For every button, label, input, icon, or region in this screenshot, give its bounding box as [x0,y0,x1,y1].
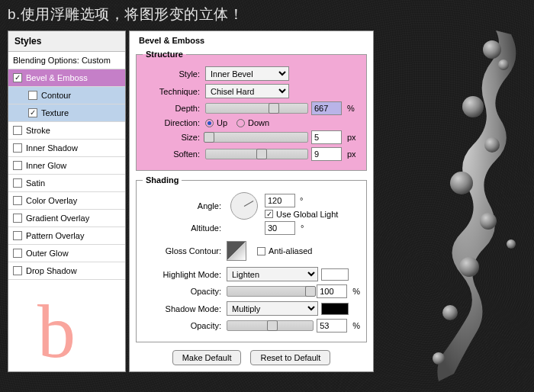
sidebar-item-contour[interactable]: Contour [8,87,125,104]
sidebar-item-blending-options[interactable]: Blending Options: Custom [8,52,125,69]
size-unit: px [345,133,356,142]
checkbox-icon[interactable] [13,161,22,170]
angle-input[interactable] [265,194,295,207]
reset-default-button[interactable]: Reset to Default [250,350,330,365]
styles-sidebar: Styles Blending Options: Custom Bevel & … [8,31,126,372]
checkbox-icon[interactable] [13,73,22,82]
structure-legend: Structure [143,50,186,59]
highlight-color-swatch[interactable] [321,268,349,281]
svg-point-3 [484,137,500,153]
svg-point-9 [433,352,445,365]
svg-point-1 [498,59,509,70]
bevel-preview-art [404,23,534,389]
bevel-emboss-panel: Bevel & Emboss Structure Style: Inner Be… [129,31,374,372]
size-slider[interactable] [205,132,308,143]
sidebar-item-inner-glow[interactable]: Inner Glow [8,157,125,175]
size-input[interactable] [311,130,342,144]
sidebar-item-label: Satin [26,178,45,188]
checkbox-icon[interactable] [13,214,22,223]
depth-label: Depth: [143,104,202,113]
checkbox-icon[interactable] [13,266,22,275]
direction-up-label: Up [217,118,227,127]
sidebar-item-label: Inner Shadow [26,143,78,153]
angle-unit: ° [298,196,303,205]
sidebar-item-label: Stroke [26,126,50,135]
soften-label: Soften: [143,149,202,159]
shadow-mode-select[interactable]: Multiply [227,301,318,316]
shadow-opacity-slider[interactable] [227,320,314,331]
sidebar-item-gradient-overlay[interactable]: Gradient Overlay [8,210,125,227]
technique-label: Technique: [143,87,202,96]
sidebar-item-label: Inner Glow [26,161,66,170]
checkbox-icon[interactable] [13,231,22,240]
depth-slider[interactable] [205,103,308,114]
checkbox-icon[interactable] [13,249,22,258]
sidebar-item-label: Texture [41,108,69,117]
decorative-letter: b [37,294,76,370]
sidebar-item-bevel-emboss[interactable]: Bevel & Emboss [8,69,125,87]
checkbox-icon[interactable] [13,143,22,153]
highlight-mode-select[interactable]: Lighten [227,267,318,281]
direction-label: Direction: [143,118,202,127]
global-light-label: Use Global Light [276,210,338,219]
angle-label: Angle: [143,201,224,210]
technique-select[interactable]: Chisel Hard [205,84,289,98]
shadow-opacity-label: Opacity: [143,321,224,330]
sidebar-item-label: Pattern Overlay [26,231,84,240]
anti-alias-checkbox[interactable] [257,247,265,255]
altitude-input[interactable] [265,221,295,235]
sidebar-item-texture[interactable]: Texture [8,104,125,122]
highlight-opacity-label: Opacity: [143,287,224,296]
direction-down-radio[interactable] [236,119,245,127]
gloss-contour-label: Gloss Contour: [143,246,224,255]
shadow-opacity-input[interactable] [317,319,347,333]
checkbox-icon[interactable] [13,196,22,205]
global-light-checkbox[interactable] [265,210,273,218]
panel-title: Bevel & Emboss [136,36,207,45]
sidebar-item-inner-shadow[interactable]: Inner Shadow [8,140,125,157]
sidebar-item-drop-shadow[interactable]: Drop Shadow [8,262,125,280]
sidebar-item-stroke[interactable]: Stroke [8,122,125,140]
svg-point-7 [459,257,479,277]
shading-group: Shading Angle: ° Use Global Light Altitu… [136,175,367,342]
highlight-opacity-slider[interactable] [227,286,314,297]
soften-input[interactable] [311,147,342,161]
checkbox-icon[interactable] [13,178,22,188]
checkbox-icon[interactable] [28,108,37,117]
checkbox-icon[interactable] [28,91,37,100]
panel-title-fieldset: Bevel & Emboss [136,36,367,45]
layer-style-dialog: Styles Blending Options: Custom Bevel & … [8,31,374,372]
highlight-opacity-input[interactable] [317,284,347,298]
shadow-opacity-unit: % [350,321,360,330]
sidebar-item-color-overlay[interactable]: Color Overlay [8,192,125,210]
direction-down-label: Down [248,118,269,127]
style-label: Style: [143,69,202,79]
angle-dial[interactable] [230,192,258,220]
anti-alias-label: Anti-aliased [269,246,312,255]
sidebar-title: Styles [8,31,125,52]
direction-up-radio[interactable] [205,119,214,127]
sidebar-item-satin[interactable]: Satin [8,175,125,192]
sidebar-item-pattern-overlay[interactable]: Pattern Overlay [8,227,125,245]
sidebar-item-outer-glow[interactable]: Outer Glow [8,245,125,262]
shadow-color-swatch[interactable] [321,303,349,315]
soften-slider[interactable] [205,149,308,159]
depth-input[interactable] [311,101,342,115]
sidebar-item-label: Bevel & Emboss [26,73,88,82]
structure-group: Structure Style: Inner Bevel Technique: … [136,50,367,171]
altitude-label: Altitude: [143,223,224,233]
svg-point-5 [480,213,497,230]
gloss-contour-picker[interactable] [227,241,246,261]
style-select[interactable]: Inner Bevel [205,66,289,81]
svg-point-0 [483,40,501,59]
sidebar-item-label: Outer Glow [26,249,69,258]
instruction-heading: b.使用浮雕选项，将图形变的立体！ [0,0,534,24]
sidebar-item-label: Drop Shadow [26,266,77,275]
svg-point-6 [507,239,516,249]
highlight-opacity-unit: % [350,287,360,296]
checkbox-icon[interactable] [13,126,22,135]
shadow-mode-label: Shadow Mode: [143,304,224,313]
sidebar-item-label: Color Overlay [26,196,77,205]
make-default-button[interactable]: Make Default [172,350,242,365]
sidebar-spacer: b [8,280,125,371]
